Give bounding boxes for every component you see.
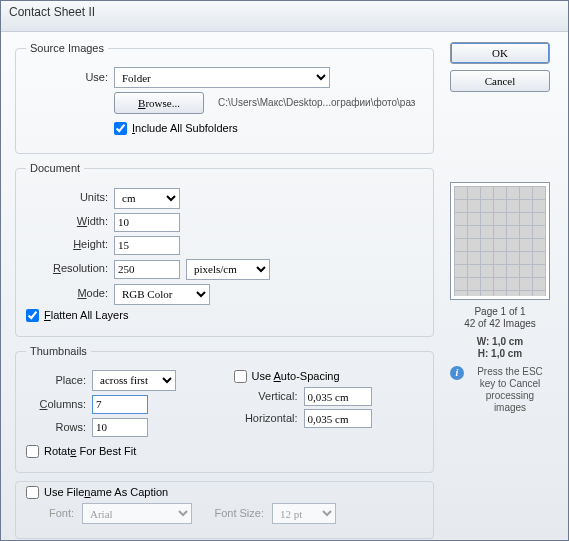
- source-images-group: Source Images Use: Folder Browse... C:\U…: [15, 42, 434, 154]
- cancel-button[interactable]: Cancel: [450, 70, 550, 92]
- rows-label: Rows:: [26, 421, 86, 434]
- height-label: Height:: [26, 238, 108, 251]
- height-input[interactable]: [114, 236, 180, 255]
- count-info: 42 of 42 Images: [446, 318, 554, 330]
- horizontal-label: Horizontal:: [234, 412, 298, 425]
- path-text: C:\Users\Макс\Desktop...ографии\фото\раз: [218, 97, 415, 109]
- preview-grid: [454, 186, 546, 296]
- units-label: Units:: [26, 191, 108, 204]
- resolution-input[interactable]: [114, 260, 180, 279]
- resolution-unit-select[interactable]: pixels/cm: [186, 259, 270, 280]
- place-label: Place:: [26, 374, 86, 387]
- resolution-label: Resolution:: [26, 262, 108, 275]
- flatten-check[interactable]: Flatten All Layers: [26, 309, 423, 322]
- preview-info: Page 1 of 1 42 of 42 Images W: 1,0 cm H:…: [446, 306, 554, 360]
- window-title: Contact Sheet II: [9, 5, 95, 19]
- width-label: Width:: [26, 215, 108, 228]
- font-select: Arial: [82, 503, 192, 524]
- document-legend: Document: [26, 162, 84, 175]
- include-subfolders-label: Include All Subfolders: [132, 122, 238, 135]
- include-subfolders-check[interactable]: Include All Subfolders: [114, 122, 238, 135]
- hint-text: Press the ESC key to Cancel processing i…: [470, 366, 550, 414]
- document-group: Document Units: cm Width: Height: Resolu…: [15, 162, 434, 336]
- font-size-label: Font Size:: [200, 507, 264, 520]
- mode-select[interactable]: RGB Color: [114, 284, 210, 305]
- use-filename-label: Use Filename As Caption: [44, 486, 168, 499]
- mode-label: Mode:: [26, 287, 108, 300]
- height-info: H: 1,0 cm: [478, 348, 522, 359]
- columns-label: Columns:: [26, 398, 86, 411]
- horizontal-input[interactable]: [304, 409, 372, 428]
- dialog-window: Contact Sheet II Source Images Use: Fold…: [0, 0, 569, 541]
- font-size-select: 12 pt: [272, 503, 336, 524]
- ok-button[interactable]: OK: [450, 42, 550, 64]
- thumbnails-legend: Thumbnails: [26, 345, 91, 358]
- browse-text: rowse...: [145, 97, 180, 109]
- title-bar: Contact Sheet II: [1, 1, 568, 32]
- font-label: Font:: [26, 507, 74, 520]
- vertical-label: Vertical:: [234, 390, 298, 403]
- use-filename-box[interactable]: [26, 486, 39, 499]
- use-filename-check[interactable]: Use Filename As Caption: [26, 486, 423, 499]
- width-input[interactable]: [114, 213, 180, 232]
- thumbnails-group: Thumbnails Place: across first Columns: …: [15, 345, 434, 473]
- use-select[interactable]: Folder: [114, 67, 330, 88]
- hint-row: i Press the ESC key to Cancel processing…: [446, 366, 554, 414]
- info-icon: i: [450, 366, 464, 380]
- source-images-legend: Source Images: [26, 42, 108, 55]
- auto-spacing-box[interactable]: [234, 370, 247, 383]
- left-panel: Source Images Use: Folder Browse... C:\U…: [15, 42, 434, 539]
- columns-input[interactable]: [92, 395, 148, 414]
- rotate-box[interactable]: [26, 445, 39, 458]
- flatten-label: Flatten All Layers: [44, 309, 128, 322]
- auto-spacing-label: Use Auto-Spacing: [252, 370, 340, 383]
- rows-input[interactable]: [92, 418, 148, 437]
- preview-box: [450, 182, 550, 300]
- page-info: Page 1 of 1: [446, 306, 554, 318]
- width-info: W: 1,0 cm: [477, 336, 524, 347]
- browse-button[interactable]: Browse...: [114, 92, 204, 114]
- rotate-check[interactable]: Rotate For Best Fit: [26, 445, 423, 458]
- auto-spacing-check[interactable]: Use Auto-Spacing: [234, 370, 424, 383]
- units-select[interactable]: cm: [114, 188, 180, 209]
- rotate-label: Rotate For Best Fit: [44, 445, 136, 458]
- vertical-input[interactable]: [304, 387, 372, 406]
- client-area: Source Images Use: Folder Browse... C:\U…: [1, 32, 568, 541]
- place-select[interactable]: across first: [92, 370, 176, 391]
- use-label: Use:: [26, 71, 108, 84]
- right-panel: OK Cancel Page 1 of 1 42 of 42 Images W:…: [446, 42, 554, 539]
- flatten-box[interactable]: [26, 309, 39, 322]
- caption-group: Use Filename As Caption Font: Arial Font…: [15, 481, 434, 539]
- include-subfolders-box[interactable]: [114, 122, 127, 135]
